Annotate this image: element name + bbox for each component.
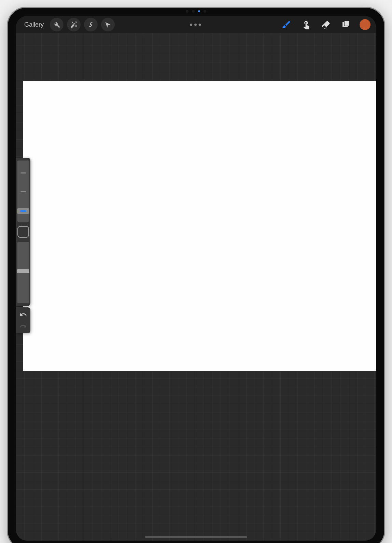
ipad-device-frame: Gallery — [7, 7, 385, 543]
smudge-icon — [302, 20, 311, 29]
brush-icon — [282, 20, 291, 29]
more-options-button[interactable]: ●●● — [190, 22, 202, 28]
home-indicator[interactable] — [145, 536, 247, 538]
camera-notch — [186, 10, 206, 13]
wrench-icon — [53, 21, 60, 28]
eraser-icon — [321, 20, 331, 29]
camera-lens — [204, 10, 206, 13]
adjustments-button[interactable] — [67, 18, 81, 31]
slider-panel — [16, 158, 30, 306]
undo-icon — [19, 311, 27, 318]
undo-redo-panel — [16, 307, 30, 333]
selection-button[interactable] — [84, 18, 98, 31]
wand-icon — [70, 21, 78, 28]
transform-button[interactable] — [101, 18, 115, 31]
brush-size-slider[interactable] — [17, 161, 29, 222]
modify-button[interactable] — [17, 226, 29, 238]
toolbar-right — [280, 18, 370, 31]
cursor-icon — [104, 21, 112, 28]
color-picker-button[interactable] — [360, 19, 370, 30]
undo-button[interactable] — [17, 309, 29, 320]
camera-lens — [186, 10, 188, 13]
selection-icon — [87, 21, 95, 28]
opacity-slider[interactable] — [17, 242, 29, 303]
layers-button[interactable] — [340, 18, 352, 31]
camera-indicator — [198, 10, 200, 12]
redo-icon — [19, 322, 27, 330]
camera-lens — [192, 10, 195, 13]
layers-icon — [341, 20, 351, 29]
smudge-button[interactable] — [300, 18, 312, 31]
eraser-button[interactable] — [320, 18, 332, 31]
toolbar-left: Gallery — [22, 18, 115, 31]
top-toolbar: Gallery — [16, 16, 376, 33]
canvas[interactable] — [23, 81, 376, 371]
slider-marker — [20, 191, 26, 192]
brush-handle-indicator — [20, 210, 26, 212]
brush-button[interactable] — [280, 18, 293, 31]
slider-marker — [20, 172, 26, 173]
actions-button[interactable] — [50, 18, 64, 31]
left-sidebar — [16, 158, 30, 333]
redo-button[interactable] — [17, 320, 29, 332]
workspace-background — [16, 33, 376, 541]
brush-size-handle[interactable] — [17, 208, 29, 214]
gallery-button[interactable]: Gallery — [22, 20, 46, 30]
opacity-handle[interactable] — [17, 269, 29, 273]
ipad-screen: Gallery — [16, 16, 376, 541]
